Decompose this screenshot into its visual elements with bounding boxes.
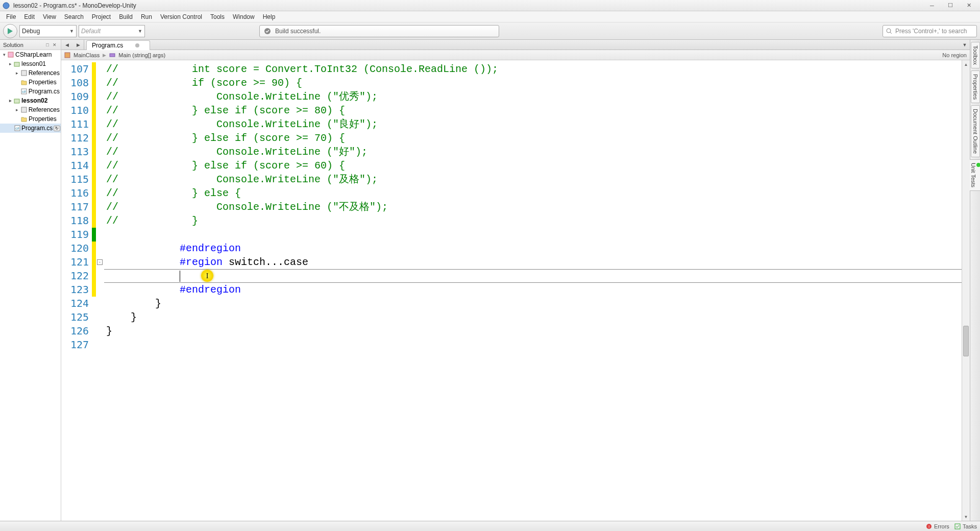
run-button[interactable] xyxy=(3,24,17,38)
code-line[interactable]: // int score = Convert.ToInt32 (Console.… xyxy=(106,62,970,76)
ref-icon xyxy=(20,69,28,77)
nav-back-button[interactable]: ◀ xyxy=(61,40,72,50)
code-line[interactable]: // if (score >= 90) { xyxy=(106,76,970,90)
chevron-down-icon: ▼ xyxy=(69,29,74,34)
code-editor[interactable]: 1071081091101111121131141151161171181191… xyxy=(61,60,970,521)
code-text-area[interactable]: // int score = Convert.ToInt32 (Console.… xyxy=(104,60,970,521)
menu-build[interactable]: Build xyxy=(115,12,137,21)
menu-version-control[interactable]: Version Control xyxy=(156,12,206,21)
code-line[interactable]: // } else if (score >= 60) { xyxy=(106,159,970,173)
code-line[interactable]: } xyxy=(106,297,970,310)
reload-pill-icon[interactable]: ↻ xyxy=(54,126,60,131)
dock-tab-properties[interactable]: Properties xyxy=(971,70,980,103)
tree-item-lesson02[interactable]: ▸lesson02 xyxy=(0,96,61,105)
maximize-button[interactable]: ☐ xyxy=(941,1,960,11)
code-line[interactable]: // Console.WriteLine ("不及格"); xyxy=(106,200,970,214)
code-line[interactable]: #region switch...case xyxy=(106,255,970,269)
solution-header-title: Solution xyxy=(3,42,23,48)
global-search-input[interactable]: Press 'Control+,' to search xyxy=(883,25,977,37)
tree-item-references[interactable]: ▸References xyxy=(0,68,61,78)
menu-help[interactable]: Help xyxy=(259,12,280,21)
menu-tools[interactable]: Tools xyxy=(206,12,229,21)
dock-tab-unit-tests[interactable]: Unit Tests xyxy=(969,159,981,191)
menu-run[interactable]: Run xyxy=(137,12,156,21)
code-line[interactable]: // } else { xyxy=(106,186,970,200)
dock-tab-document-outline[interactable]: Document Outline xyxy=(971,105,980,157)
build-status-text: Build successful. xyxy=(275,28,321,35)
target-value: Default xyxy=(81,28,101,35)
dock-tab-toolbox[interactable]: Toolbox xyxy=(971,42,980,68)
nav-forward-button[interactable]: ▶ xyxy=(72,40,84,50)
menu-search[interactable]: Search xyxy=(60,12,88,21)
svg-rect-18 xyxy=(955,524,960,529)
task-icon xyxy=(954,523,961,529)
target-combo[interactable]: Default ▼ xyxy=(79,25,145,37)
tree-item-program-cs[interactable]: c#Program.cs xyxy=(0,87,61,96)
code-line[interactable] xyxy=(106,269,970,283)
code-line[interactable]: // } else if (score >= 80) { xyxy=(106,104,970,117)
status-errors[interactable]: ! Errors xyxy=(926,523,949,529)
configuration-combo[interactable]: Debug ▼ xyxy=(19,25,77,37)
breadcrumb-method[interactable]: Main (string[] args) xyxy=(118,52,165,58)
scrollbar-thumb[interactable] xyxy=(963,326,969,356)
menu-view[interactable]: View xyxy=(39,12,60,21)
breadcrumb-class[interactable]: MainClass xyxy=(74,52,100,58)
play-icon xyxy=(8,28,13,34)
code-line[interactable]: // Console.WriteLine ("好"); xyxy=(106,145,970,159)
breadcrumb-region[interactable]: No region xyxy=(942,52,967,58)
tree-item-properties[interactable]: Properties xyxy=(0,114,61,124)
expand-icon[interactable]: ▸ xyxy=(7,98,13,103)
status-bar: ! Errors Tasks xyxy=(0,521,980,531)
minimize-button[interactable]: ─ xyxy=(923,1,941,11)
expand-icon[interactable]: ▾ xyxy=(1,52,7,57)
code-line[interactable]: } xyxy=(106,310,970,324)
status-tasks[interactable]: Tasks xyxy=(954,523,977,529)
menu-window[interactable]: Window xyxy=(229,12,259,21)
tree-item-lesson01[interactable]: ▸lesson01 xyxy=(0,59,61,68)
breadcrumb-bar: MainClass ▶ Main (string[] args) No regi… xyxy=(61,50,970,60)
check-icon xyxy=(264,28,271,35)
menu-file[interactable]: File xyxy=(2,12,20,21)
editor-tabs: ◀ ▶ Program.cs ▼ xyxy=(61,40,970,50)
tree-item-properties[interactable]: Properties xyxy=(0,78,61,87)
chevron-down-icon: ▼ xyxy=(138,29,142,34)
tree-item-label: References xyxy=(29,106,60,113)
line-number-gutter: 1071081091101111121131141151161171181191… xyxy=(61,60,92,521)
tree-item-program-cs[interactable]: c#Program.cs↻ xyxy=(0,124,61,133)
close-button[interactable]: ✕ xyxy=(960,1,978,11)
scroll-down-icon[interactable]: ▼ xyxy=(962,513,970,521)
svg-line-4 xyxy=(890,32,892,34)
change-indicator-bar xyxy=(92,60,96,521)
code-line[interactable]: // Console.WriteLine ("优秀"); xyxy=(106,90,970,104)
code-line[interactable]: // } else if (score >= 70) { xyxy=(106,131,970,145)
solution-tree[interactable]: ▾ CSharpLearn ▸lesson01▸ReferencesProper… xyxy=(0,50,61,521)
menu-project[interactable]: Project xyxy=(88,12,115,21)
code-line[interactable] xyxy=(106,338,970,352)
file-tab-program[interactable]: Program.cs xyxy=(86,40,150,50)
code-line[interactable]: // Console.WriteLine ("及格"); xyxy=(106,173,970,186)
menu-edit[interactable]: Edit xyxy=(20,12,39,21)
tab-close-icon[interactable] xyxy=(135,43,139,47)
right-dock: Toolbox Properties Document Outline Unit… xyxy=(970,40,980,521)
tab-list-dropdown[interactable]: ▼ xyxy=(960,40,970,50)
panel-close-icon[interactable]: ✕ xyxy=(52,42,58,48)
vertical-scrollbar[interactable]: ▲ ▼ xyxy=(962,60,970,521)
code-line[interactable]: // } xyxy=(106,214,970,228)
fold-toggle[interactable]: - xyxy=(97,259,103,265)
svg-rect-14 xyxy=(65,53,70,58)
code-line[interactable]: #endregion xyxy=(106,242,970,255)
code-line[interactable] xyxy=(106,228,970,242)
expand-icon[interactable]: ▸ xyxy=(14,70,20,76)
scroll-up-icon[interactable]: ▲ xyxy=(962,60,970,68)
app-icon xyxy=(2,2,10,10)
panel-autohide-icon[interactable]: □ xyxy=(44,42,51,48)
code-line[interactable]: #endregion xyxy=(106,283,970,297)
expand-icon[interactable]: ▸ xyxy=(7,61,13,66)
svg-rect-6 xyxy=(14,62,19,66)
svg-rect-7 xyxy=(21,70,27,76)
solution-root[interactable]: ▾ CSharpLearn xyxy=(0,50,61,59)
tree-item-references[interactable]: ▸References xyxy=(0,105,61,114)
code-line[interactable]: } xyxy=(106,324,970,338)
expand-icon[interactable]: ▸ xyxy=(14,107,20,112)
code-line[interactable]: // Console.WriteLine ("良好"); xyxy=(106,117,970,131)
